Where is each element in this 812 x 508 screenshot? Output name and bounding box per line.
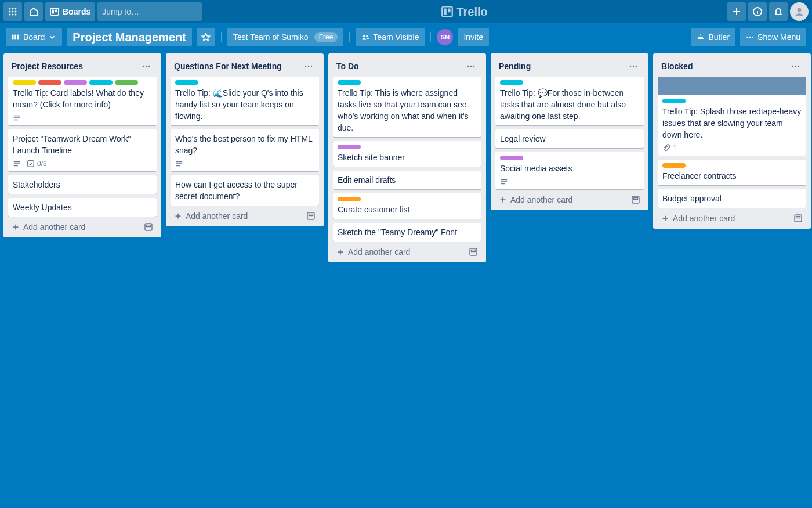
card-title: Sketch site banner (338, 152, 477, 163)
info-button[interactable] (748, 2, 767, 21)
label-sky[interactable] (89, 80, 113, 85)
user-avatar[interactable] (790, 2, 809, 21)
label-sky[interactable] (500, 80, 523, 85)
label-sky[interactable] (175, 80, 198, 85)
add-card-button[interactable]: Add another card (7, 218, 158, 234)
search-container[interactable] (97, 2, 202, 21)
svg-rect-20 (17, 35, 19, 40)
card-title: Edit email drafts (338, 174, 477, 186)
add-card-label: Add another card (673, 214, 735, 223)
label-purple[interactable] (338, 145, 361, 149)
home-button[interactable] (24, 2, 43, 21)
add-card-label: Add another card (348, 247, 410, 257)
list-menu-button[interactable] (139, 59, 153, 73)
card[interactable]: Budget approval (658, 189, 806, 208)
svg-point-2 (15, 8, 17, 10)
label-red[interactable] (38, 80, 61, 85)
card[interactable]: Trello Tip: 💬For those in-between tasks … (495, 77, 644, 125)
card[interactable]: Social media assets (495, 152, 644, 189)
card[interactable]: Trello Tip: Card labels! What do they me… (8, 77, 157, 125)
label-orange[interactable] (662, 163, 686, 168)
view-switch-button[interactable]: Board (6, 28, 62, 46)
star-button[interactable] (197, 28, 215, 46)
butler-button[interactable]: Butler (691, 28, 735, 46)
list-title[interactable]: Pending (499, 62, 626, 71)
board-canvas[interactable]: Project Resources Trello Tip: Card label… (0, 51, 812, 508)
add-card-button[interactable]: Add another card (657, 209, 807, 225)
list-title[interactable]: To Do (336, 62, 464, 71)
card[interactable]: Freelancer contracts (658, 160, 806, 185)
svg-point-8 (15, 14, 17, 16)
card[interactable]: Who's the best person to fix my HTML sna… (171, 129, 319, 171)
list-title[interactable]: Questions For Next Meeting (174, 62, 302, 71)
attachment-badge: 1 (662, 144, 677, 152)
member-avatar[interactable]: SN (437, 29, 453, 45)
ellipsis-icon (629, 62, 638, 71)
search-input[interactable] (102, 7, 204, 16)
label-sky[interactable] (338, 80, 361, 85)
description-icon (13, 114, 21, 122)
checklist-icon (27, 160, 35, 168)
app-logo[interactable]: Trello (204, 5, 725, 19)
apps-button[interactable] (3, 2, 22, 21)
list-menu-button[interactable] (464, 59, 478, 73)
label-sky[interactable] (662, 99, 686, 103)
card-title: Curate customer list (338, 204, 477, 215)
list-title[interactable]: Project Resources (12, 62, 139, 71)
list-header: Pending (494, 57, 645, 75)
add-card-button[interactable]: Add another card (169, 207, 320, 223)
label-yellow[interactable] (13, 80, 36, 85)
boards-button[interactable]: Boards (45, 2, 95, 21)
create-from-template-button[interactable] (469, 247, 478, 257)
show-menu-label: Show Menu (757, 33, 800, 42)
svg-point-22 (366, 35, 368, 37)
card[interactable]: Sketch site banner (333, 141, 481, 167)
svg-rect-18 (12, 35, 14, 40)
ellipsis-icon (466, 62, 476, 71)
visibility-button[interactable]: Team Visible (356, 28, 425, 46)
svg-rect-23 (701, 34, 701, 36)
card[interactable]: How can I get access to the super secret… (171, 175, 319, 206)
board-title[interactable]: Project Management (67, 28, 192, 46)
card[interactable]: Weekly Updates (8, 198, 157, 217)
add-card-button[interactable]: Add another card (332, 243, 483, 259)
list-header: Project Resources (7, 57, 158, 75)
add-card-button[interactable]: Add another card (494, 190, 645, 207)
card-title: Trello Tip: This is where assigned tasks… (338, 87, 477, 134)
card[interactable]: Stakeholders (8, 175, 157, 194)
team-button[interactable]: Test Team of Sumiko Free (227, 28, 343, 46)
create-from-template-button[interactable] (793, 214, 803, 223)
label-purple[interactable] (64, 80, 87, 85)
team-plan-pill: Free (314, 32, 338, 42)
card[interactable]: Trello Tip: 🌊Slide your Q's into this ha… (171, 77, 319, 125)
board-view-icon (12, 33, 20, 41)
card[interactable]: Sketch the "Teamy Dreamy" Font (333, 223, 481, 242)
label-purple[interactable] (500, 156, 523, 160)
notifications-button[interactable] (769, 2, 788, 21)
avatar-icon (793, 6, 805, 17)
label-green[interactable] (115, 80, 138, 85)
list-title[interactable]: Blocked (661, 62, 789, 71)
card[interactable]: Curate customer list (333, 193, 481, 219)
list-menu-button[interactable] (626, 59, 640, 73)
label-orange[interactable] (338, 197, 361, 201)
svg-point-7 (12, 14, 14, 16)
card[interactable]: Legal review (495, 129, 644, 148)
card-cover (658, 77, 806, 95)
card[interactable]: Trello Tip: Splash those redtape-heavy i… (658, 77, 806, 156)
card[interactable]: Trello Tip: This is where assigned tasks… (333, 77, 481, 137)
svg-point-4 (12, 11, 14, 13)
invite-button[interactable]: Invite (458, 28, 488, 46)
svg-rect-19 (14, 35, 16, 40)
create-button[interactable] (727, 2, 746, 21)
card[interactable]: Project "Teamwork Dream Work" Launch Tim… (8, 129, 157, 171)
description-badge (500, 178, 508, 186)
create-from-template-button[interactable] (631, 195, 640, 204)
create-from-template-button[interactable] (306, 211, 316, 221)
description-icon (500, 178, 508, 186)
show-menu-button[interactable]: Show Menu (740, 28, 806, 46)
list-menu-button[interactable] (789, 59, 803, 73)
list-menu-button[interactable] (302, 59, 316, 73)
create-from-template-button[interactable] (144, 222, 153, 232)
card[interactable]: Edit email drafts (333, 171, 481, 189)
